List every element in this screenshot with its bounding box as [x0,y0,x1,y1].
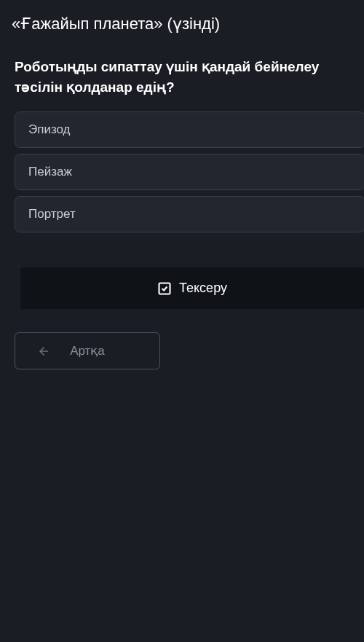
check-square-icon [157,281,172,296]
page-title: «Ғажайып планета» (үзінді) [0,0,364,39]
check-button-label: Тексеру [179,281,227,296]
back-button[interactable]: Артқа [15,332,160,369]
option-item[interactable]: Эпизод [15,111,364,148]
option-item[interactable]: Портрет [15,196,364,232]
check-button[interactable]: Тексеру [20,267,364,309]
option-item[interactable]: Пейзаж [15,154,364,190]
options-container: Эпизод Пейзаж Портрет [0,111,364,232]
arrow-left-icon [37,345,50,358]
question-text: Роботыңды сипаттау үшін қандай бейнелеу … [0,39,364,111]
